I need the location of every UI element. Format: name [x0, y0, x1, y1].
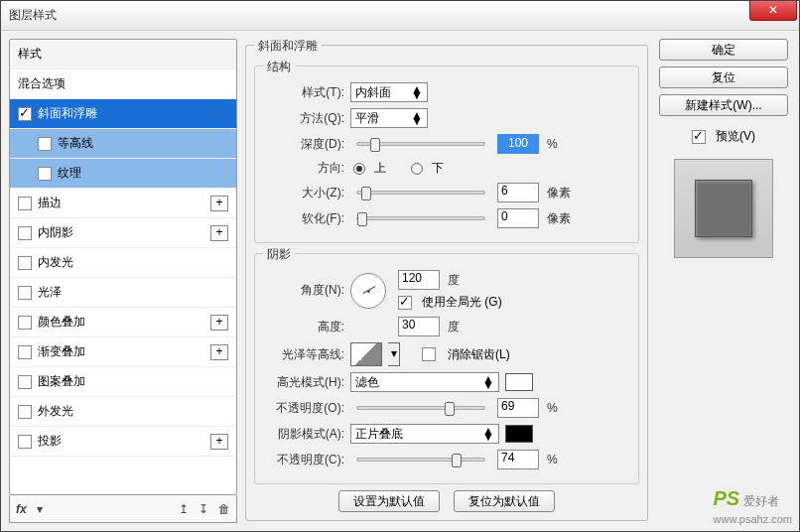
sidebar-item-contour[interactable]: 等高线 — [10, 129, 236, 159]
gloss-contour-picker[interactable] — [350, 342, 382, 366]
add-gradient-overlay-button[interactable]: + — [210, 344, 228, 360]
shadow-opacity-slider[interactable] — [356, 458, 485, 462]
sidebar-item-inner-glow[interactable]: 内发光 — [10, 248, 236, 278]
direction-label: 方向: — [263, 160, 344, 177]
depth-input[interactable]: 100 — [497, 134, 539, 154]
angle-dial[interactable] — [350, 273, 386, 309]
bevel-group-title: 斜面和浮雕 — [254, 39, 322, 55]
size-input[interactable]: 6 — [497, 183, 539, 202]
highlight-color-swatch[interactable] — [505, 373, 533, 391]
structure-group: 结构 样式(T): 内斜面▲▼ 方法(Q): 平滑▲▼ 深度(D): 100 % — [254, 66, 639, 243]
angle-label: 角度(N): — [263, 282, 344, 299]
titlebar[interactable]: 图层样式 ✕ — [1, 1, 799, 31]
highlight-opacity-input[interactable]: 69 — [497, 398, 539, 418]
right-column: 确定 复位 新建样式(W)... 预览(V) — [656, 39, 791, 523]
highlight-opacity-label: 不透明度(O): — [263, 400, 344, 417]
ok-button[interactable]: 确定 — [659, 39, 788, 61]
checkbox-stroke[interactable] — [18, 197, 32, 210]
layer-style-dialog: 图层样式 ✕ 样式 混合选项 斜面和浮雕 等高线 纹理 — [0, 0, 800, 532]
sidebar-item-texture[interactable]: 纹理 — [10, 159, 236, 189]
shadow-mode-label: 阴影模式(A): — [263, 426, 344, 443]
altitude-input[interactable]: 30 — [398, 317, 440, 336]
depth-label: 深度(D): — [263, 136, 344, 153]
checkbox-contour[interactable] — [38, 137, 52, 151]
preview-swatch — [695, 180, 752, 237]
bevel-group: 斜面和浮雕 结构 样式(T): 内斜面▲▼ 方法(Q): 平滑▲▼ 深度(D): — [245, 45, 648, 521]
window-title: 图层样式 — [9, 7, 57, 24]
checkbox-inner-glow[interactable] — [18, 256, 32, 270]
checkbox-inner-shadow[interactable] — [18, 226, 32, 240]
direction-up-radio[interactable] — [353, 163, 365, 175]
shadow-color-swatch[interactable] — [505, 425, 533, 443]
new-style-button[interactable]: 新建样式(W)... — [659, 94, 788, 116]
depth-slider[interactable] — [356, 142, 485, 146]
move-up-icon[interactable]: ↥ — [179, 502, 189, 516]
sidebar-item-stroke[interactable]: 描边 + — [10, 189, 236, 218]
soften-input[interactable]: 0 — [497, 208, 539, 228]
shadow-opacity-input[interactable]: 74 — [497, 450, 539, 469]
blend-label: 混合选项 — [18, 75, 66, 92]
close-button[interactable]: ✕ — [749, 1, 797, 21]
cancel-button[interactable]: 复位 — [659, 66, 788, 88]
antialias-checkbox[interactable] — [422, 347, 436, 361]
size-slider[interactable] — [356, 191, 485, 195]
shadow-mode-select[interactable]: 正片叠底▲▼ — [350, 424, 499, 444]
altitude-label: 高度: — [263, 319, 344, 335]
sidebar-item-outer-glow[interactable]: 外发光 — [10, 397, 236, 427]
sidebar-item-color-overlay[interactable]: 颜色叠加 + — [10, 308, 236, 337]
sidebar-blend-options[interactable]: 混合选项 — [10, 69, 236, 99]
add-color-overlay-button[interactable]: + — [210, 315, 228, 331]
checkbox-texture[interactable] — [38, 167, 52, 181]
highlight-mode-select[interactable]: 滤色▲▼ — [350, 372, 499, 392]
depth-unit: % — [547, 137, 558, 151]
style-list: 样式 混合选项 斜面和浮雕 等高线 纹理 描边 + — [9, 39, 237, 495]
checkbox-satin[interactable] — [18, 286, 32, 300]
trash-icon[interactable]: 🗑 — [218, 502, 230, 516]
make-default-button[interactable]: 设置为默认值 — [338, 490, 440, 512]
global-light-checkbox[interactable] — [398, 296, 412, 310]
checkbox-color-overlay[interactable] — [18, 316, 32, 330]
reset-default-button[interactable]: 复位为默认值 — [454, 490, 555, 512]
watermark: PS 爱好者 www.psahz.com — [714, 487, 792, 526]
checkbox-gradient-overlay[interactable] — [18, 345, 32, 359]
fx-icon[interactable]: fx — [16, 502, 27, 516]
sidebar-item-inner-shadow[interactable]: 内阴影 + — [10, 218, 236, 248]
highlight-mode-label: 高光模式(H): — [263, 374, 344, 391]
antialias-label: 消除锯齿(L) — [448, 346, 510, 363]
add-inner-shadow-button[interactable]: + — [210, 225, 228, 241]
soften-slider[interactable] — [356, 216, 485, 220]
soften-unit: 像素 — [547, 210, 571, 227]
style-select[interactable]: 内斜面▲▼ — [350, 82, 428, 102]
styles-sidebar: 样式 混合选项 斜面和浮雕 等高线 纹理 描边 + — [9, 39, 237, 523]
structure-title: 结构 — [263, 59, 295, 75]
move-down-icon[interactable]: ↧ — [199, 502, 208, 516]
technique-select[interactable]: 平滑▲▼ — [350, 108, 428, 128]
preview-checkbox[interactable] — [692, 130, 706, 144]
checkbox-pattern-overlay[interactable] — [18, 375, 32, 389]
style-label: 样式(T): — [263, 84, 344, 101]
chevron-down-icon[interactable]: ▾ — [37, 502, 43, 516]
preview-label: 预览(V) — [716, 128, 755, 145]
add-stroke-button[interactable]: + — [210, 196, 228, 211]
global-light-label: 使用全局光 (G) — [422, 294, 502, 311]
checkbox-drop-shadow[interactable] — [18, 435, 32, 449]
soften-label: 软化(F): — [263, 210, 344, 227]
sidebar-item-bevel[interactable]: 斜面和浮雕 — [10, 99, 236, 129]
size-unit: 像素 — [547, 185, 571, 201]
checkbox-bevel[interactable] — [18, 107, 32, 121]
checkbox-outer-glow[interactable] — [18, 405, 32, 419]
shading-group: 阴影 角度(N): 120 度 使用全局光 (G) — [254, 253, 639, 484]
sidebar-item-drop-shadow[interactable]: 投影 + — [10, 427, 236, 457]
gloss-contour-dropdown[interactable]: ▾ — [388, 342, 400, 366]
sidebar-item-gradient-overlay[interactable]: 渐变叠加 + — [10, 337, 236, 367]
sidebar-item-satin[interactable]: 光泽 — [10, 278, 236, 308]
add-drop-shadow-button[interactable]: + — [210, 434, 228, 450]
angle-input[interactable]: 120 — [398, 270, 440, 290]
technique-label: 方法(Q): — [263, 110, 344, 127]
gloss-contour-label: 光泽等高线: — [263, 346, 344, 363]
shading-title: 阴影 — [263, 246, 295, 263]
direction-down-radio[interactable] — [411, 163, 423, 175]
sidebar-item-pattern-overlay[interactable]: 图案叠加 — [10, 367, 236, 397]
sidebar-header[interactable]: 样式 — [10, 40, 236, 69]
highlight-opacity-slider[interactable] — [356, 406, 485, 410]
